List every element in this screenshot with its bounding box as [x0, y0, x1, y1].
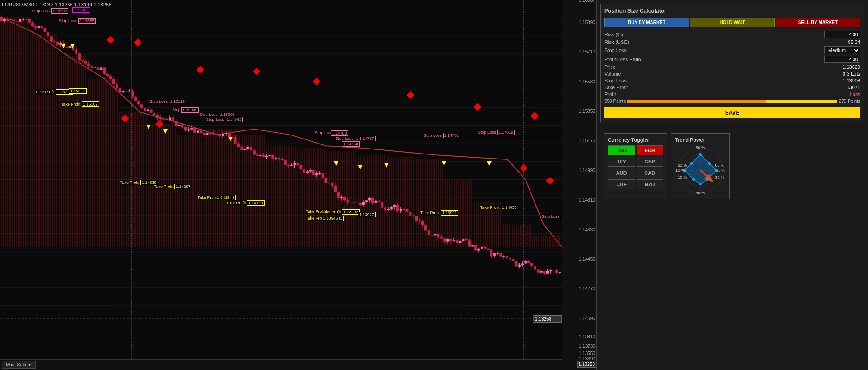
- signal-arrow-down: [358, 165, 362, 169]
- trend-label-left: 10 %: [675, 168, 685, 173]
- svg-point-8: [699, 153, 702, 156]
- take-profit-label: Take Profit 1.14339: [120, 180, 158, 185]
- risk-usd-row: Risk (USD) 95.34: [604, 39, 860, 45]
- price-level: 1.14090: [579, 316, 595, 321]
- price-level: 1.14990: [579, 168, 595, 173]
- take-profit-label: Take Profit 1.13991: [420, 210, 458, 216]
- stop-loss-row: Stop Loss Medium Low High: [604, 46, 860, 54]
- take-profit-value: 1.13071: [842, 85, 860, 90]
- price-level: 1.15530: [579, 79, 595, 84]
- bottom-bar: Main Setti ▼: [0, 359, 562, 370]
- profit-loss-ratio-label: Profit Loss Ratio: [604, 57, 641, 62]
- svg-point-9: [708, 162, 711, 165]
- calculator-title: Position Size Calculator: [604, 8, 860, 14]
- stop-loss2-label: Stop Loss: [604, 78, 627, 83]
- stop-loss-label-price: 1.15095: [181, 107, 199, 113]
- stop-loss-label: Stop Loss 1.15992: [32, 8, 68, 14]
- trend-label-bottom: 50 %: [696, 191, 705, 195]
- stop-loss-label: Stop Loss 1.14781: [424, 133, 460, 138]
- take-profit-label: 1.13977: [358, 212, 376, 217]
- profit-loss-ratio-row: Profit Loss Ratio: [604, 56, 860, 63]
- currency-jpy-button[interactable]: JPY: [608, 157, 635, 167]
- trend-label-right: 30 %: [716, 168, 725, 173]
- signal-arrow-down: [384, 163, 389, 168]
- signal-arrow-down: [334, 161, 338, 166]
- svg-point-13: [692, 178, 695, 181]
- trend-label-lower-left: 10 %: [678, 175, 687, 180]
- stop-loss-select[interactable]: Medium Low High: [824, 46, 860, 54]
- chart-area: EURUSD,M30 1.13247 1.13266 1.13194 1.132…: [0, 0, 562, 370]
- stop-loss-label: Stop Loss: [604, 48, 627, 53]
- price-level: 1.13910: [579, 334, 595, 339]
- v-line-4: [523, 0, 524, 359]
- price-row: Price 1.13629: [604, 64, 860, 70]
- buy-by-market-button[interactable]: BUY BY MARKET: [604, 18, 689, 27]
- currency-gbp-button[interactable]: GBP: [637, 157, 664, 167]
- chart-symbol: EURUSD,M30 1.13247 1.13266 1.13194 1.132…: [2, 2, 111, 7]
- risk-usd-value: 95.34: [848, 39, 860, 45]
- svg-point-15: [690, 162, 693, 165]
- price-level: 1.14270: [579, 286, 595, 291]
- save-button[interactable]: SAVE: [604, 107, 860, 118]
- right-panel: Position Size Calculator BUY BY MARKET H…: [596, 0, 868, 370]
- take-profit-label: Take Profit 1.14297: [154, 184, 192, 189]
- stop-loss-label: Stop Loss 1.14942: [206, 117, 243, 122]
- currency-usd-button[interactable]: USD: [608, 145, 635, 155]
- profit-loss-ratio-input[interactable]: [824, 56, 860, 63]
- signal-arrow-down: [228, 137, 233, 141]
- points-row: 558 Points 279 Points: [604, 99, 860, 104]
- currency-eur-button[interactable]: EUR: [637, 145, 664, 155]
- main-settings-tab[interactable]: Main Setti ▼: [2, 361, 36, 369]
- position-size-calculator: Position Size Calculator BUY BY MARKET H…: [600, 4, 864, 122]
- trend-power-title: Trend Power: [675, 137, 726, 143]
- stop-loss2-row: Stop Loss 1.13908: [604, 78, 860, 83]
- trend-power-display: 50 % 30 % 50 % 10 % 80 % 80 % 10 % 30 %: [675, 145, 725, 195]
- progress-bar-fill: [627, 100, 766, 103]
- v-line-2: [272, 0, 272, 359]
- take-profit-row: Take Profit 1.13071: [604, 85, 860, 90]
- risk-pct-input[interactable]: [824, 31, 860, 38]
- price-value: 1.13629: [842, 64, 860, 70]
- volume-label: Volume: [604, 71, 621, 77]
- stop-loss-label: 1.14767: [358, 136, 376, 141]
- risk-usd-label: Risk (USD): [604, 39, 629, 45]
- stop-loss2-value: 1.13908: [842, 78, 860, 83]
- currency-grid: USD EUR JPY GBP AUD CAD CHF NZD: [608, 145, 663, 189]
- points-right: 279 Points: [839, 99, 860, 104]
- signal-arrow-down: [146, 125, 151, 129]
- take-profit-label: Take Profit 1.14130: [227, 200, 265, 206]
- stop-loss-label: 1.14783: [331, 130, 348, 136]
- volume-value: 0.3 Lots: [843, 71, 860, 77]
- currency-cad-button[interactable]: CAD: [637, 168, 664, 178]
- price-level: 1.15710: [579, 49, 595, 54]
- price-level: 1.14450: [579, 256, 595, 261]
- price-level: 1.15890: [579, 20, 595, 25]
- profit-label: Profit: [604, 91, 616, 97]
- sell-by-market-button[interactable]: SELL BY MARKET: [776, 18, 860, 27]
- take-profit-label: Take Profit 1.15102: [61, 101, 99, 107]
- currency-aud-button[interactable]: AUD: [608, 168, 635, 178]
- stop-loss-label: 1.15987: [72, 7, 90, 13]
- trend-label-inner-left: 80 %: [678, 163, 687, 168]
- signal-arrow-down: [70, 44, 75, 48]
- signal-arrow-down: [442, 161, 446, 166]
- stop-loss-label: 1.14758: [342, 141, 360, 147]
- stop-loss-label: Stop Loss 1.13982: [541, 214, 562, 219]
- price-scale: 1.16007 1.15890 1.15710 1.15530 1.15350 …: [562, 0, 596, 370]
- trend-label-inner-right: 80 %: [715, 163, 724, 168]
- profit-row: Profit Loss: [604, 91, 860, 97]
- take-profit-label: 1.13945: [322, 216, 339, 221]
- signal-arrow-down: [163, 129, 168, 134]
- volume-row: Volume 0.3 Lots: [604, 71, 860, 77]
- currency-chf-button[interactable]: CHF: [608, 179, 635, 189]
- take-profit-label-field: Take Profit: [604, 85, 628, 90]
- signal-arrow-down: [61, 44, 66, 48]
- stop-loss-label: Stop Loss 1.14819: [478, 130, 515, 135]
- take-profit-label: Take Profit 1.14030: [480, 205, 518, 210]
- trend-power: Trend Power: [671, 133, 730, 199]
- currency-nzd-button[interactable]: NZD: [637, 179, 664, 189]
- svg-point-12: [699, 183, 702, 185]
- hold-wait-button[interactable]: HOLD/WAIT: [690, 18, 775, 27]
- price-label: Price: [604, 64, 616, 70]
- price-level: 1.13550: [579, 351, 595, 356]
